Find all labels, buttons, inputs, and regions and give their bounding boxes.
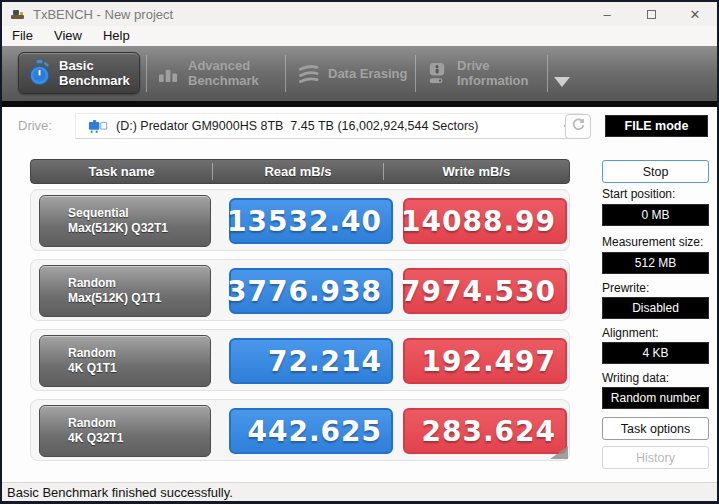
task-options-button[interactable]: Task options — [602, 417, 709, 440]
tab-advanced-benchmark[interactable]: AdvancedBenchmark — [157, 52, 259, 94]
app-icon — [10, 6, 26, 22]
tab-advanced-benchmark-label: AdvancedBenchmark — [188, 58, 259, 88]
stop-button[interactable]: Stop — [602, 160, 709, 183]
drive-label: Drive: — [18, 118, 52, 133]
task-button-random-4k-q32t1[interactable]: Random 4K Q32T1 — [39, 405, 211, 457]
read-value: 13532.40 — [229, 198, 393, 244]
tab-separator — [547, 55, 548, 92]
file-mode-button[interactable]: FILE mode — [605, 115, 708, 137]
statusbar: Basic Benchmark finished successfully. — [2, 482, 717, 501]
read-value: 442.625 — [229, 408, 393, 454]
close-button[interactable]: ✕ — [673, 2, 717, 26]
status-message: Basic Benchmark finished successfully. — [7, 485, 233, 500]
table-row: Random 4K Q32T1 442.625 283.624 — [30, 399, 570, 461]
measurement-size-label: Measurement size: — [602, 235, 712, 249]
dropdown-arrow-icon[interactable] — [554, 77, 570, 87]
menu-view[interactable]: View — [54, 28, 93, 45]
write-value: 192.497 — [403, 338, 567, 384]
minimize-button[interactable]: – — [585, 2, 629, 26]
titlebar: TxBENCH - New project – ✕ — [2, 2, 717, 26]
window-frame: TxBENCH - New project – ✕ File View Help — [0, 0, 719, 504]
tab-basic-benchmark-label: BasicBenchmark — [59, 58, 130, 88]
tab-separator — [146, 55, 147, 92]
history-button[interactable]: History — [602, 446, 709, 469]
start-position-label: Start position: — [602, 187, 712, 201]
start-position-value[interactable]: 0 MB — [602, 204, 709, 226]
task-button-sequential-max512k-q32t1[interactable]: Sequential Max(512K) Q32T1 — [39, 195, 211, 247]
maximize-icon — [647, 10, 656, 19]
tab-basic-benchmark[interactable]: BasicBenchmark — [18, 52, 140, 94]
write-value: 283.624 — [403, 408, 567, 454]
refresh-icon — [571, 117, 586, 136]
writing-data-label: Writing data: — [602, 371, 712, 385]
tab-drive-information-label: DriveInformation — [457, 58, 529, 88]
write-value: 14088.99 — [403, 198, 567, 244]
table-row: Random Max(512K) Q1T1 3776.938 7974.530 — [30, 259, 570, 321]
column-header-write: Write mB/s — [384, 164, 569, 179]
main-content: Drive: (D:) Predator GM9000HS 8TB 7.45 T… — [2, 107, 717, 482]
drive-select-value: (D:) Predator GM9000HS 8TB 7.45 TB (16,0… — [116, 119, 563, 133]
column-header-task-name: Task name — [31, 164, 212, 179]
task-button-random-4k-q1t1[interactable]: Random 4K Q1T1 — [39, 335, 211, 387]
drive-select[interactable]: (D:) Predator GM9000HS 8TB 7.45 TB (16,0… — [75, 113, 583, 139]
alignment-value[interactable]: 4 KB — [602, 342, 709, 364]
drive-info-icon — [426, 62, 449, 85]
window-controls: – ✕ — [585, 2, 717, 26]
stopwatch-icon — [28, 60, 51, 86]
tab-separator — [285, 55, 286, 92]
read-value: 3776.938 — [229, 268, 393, 314]
column-header-read: Read mB/s — [213, 164, 382, 179]
tab-data-erasing-label: Data Erasing — [328, 66, 407, 81]
bar-chart-icon — [157, 63, 180, 84]
maximize-button[interactable] — [629, 2, 673, 26]
alignment-label: Alignment: — [602, 326, 712, 340]
tab-separator — [415, 55, 416, 92]
drive-icon — [88, 120, 108, 133]
minimize-icon: – — [603, 7, 610, 22]
read-value: 72.214 — [229, 338, 393, 384]
table-row: Random 4K Q1T1 72.214 192.497 — [30, 329, 570, 391]
tabbar: BasicBenchmark AdvancedBenchmark — [2, 46, 717, 101]
task-button-random-max512k-q1t1[interactable]: Random Max(512K) Q1T1 — [39, 265, 211, 317]
erase-icon — [297, 64, 320, 83]
table-header: Task name Read mB/s Write mB/s — [30, 159, 570, 184]
close-icon: ✕ — [690, 7, 701, 22]
tab-drive-information[interactable]: DriveInformation — [426, 52, 529, 94]
table-row: Sequential Max(512K) Q32T1 13532.40 1408… — [30, 189, 570, 251]
resize-grip-icon — [550, 446, 568, 459]
prewrite-label: Prewrite: — [602, 281, 712, 295]
refresh-drives-button[interactable] — [565, 114, 591, 139]
window-title: TxBENCH - New project — [33, 7, 173, 22]
tab-data-erasing[interactable]: Data Erasing — [297, 52, 407, 94]
measurement-size-value[interactable]: 512 MB — [602, 252, 709, 274]
menu-file[interactable]: File — [12, 28, 44, 45]
menu-help[interactable]: Help — [103, 28, 141, 45]
menubar: File View Help — [2, 26, 717, 46]
prewrite-value[interactable]: Disabled — [602, 297, 709, 319]
write-value: 7974.530 — [403, 268, 567, 314]
writing-data-value[interactable]: Random number — [602, 387, 709, 409]
